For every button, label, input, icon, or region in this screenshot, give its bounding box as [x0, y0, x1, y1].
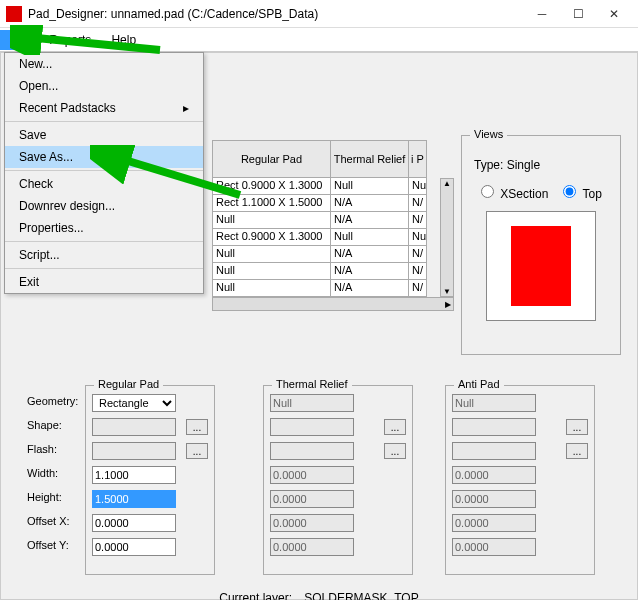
- anti-oy: [452, 538, 536, 556]
- menu-save-as[interactable]: Save As...: [5, 146, 203, 168]
- thermal-geom: [270, 394, 354, 412]
- menu-downrev[interactable]: Downrev design...: [5, 195, 203, 217]
- minimize-button[interactable]: ─: [524, 1, 560, 27]
- thermal-relief-legend: Thermal Relief: [272, 378, 352, 390]
- titlebar: Pad_Designer: unnamed.pad (C:/Cadence/SP…: [0, 0, 638, 28]
- shape-browse-button[interactable]: ...: [186, 419, 208, 435]
- regular-pad-panel: Regular Pad Rectangle ... ...: [85, 385, 215, 575]
- grid-col-thermal[interactable]: Thermal Relief: [331, 140, 409, 178]
- close-button[interactable]: ✕: [596, 1, 632, 27]
- thermal-flash-browse[interactable]: ...: [384, 443, 406, 459]
- grid-scrollbar-v[interactable]: ▲ ▼: [440, 178, 454, 297]
- cell-thermal[interactable]: N/A: [331, 195, 409, 212]
- cell-ip[interactable]: N/: [409, 280, 427, 297]
- thermal-flash: [270, 442, 354, 460]
- menu-file[interactable]: File: [0, 30, 39, 50]
- anti-flash-browse[interactable]: ...: [566, 443, 588, 459]
- shape-label: Shape:: [27, 419, 62, 431]
- geometry-select[interactable]: Rectangle: [92, 394, 176, 412]
- width-input[interactable]: [92, 466, 176, 484]
- cell-ip[interactable]: N/: [409, 195, 427, 212]
- views-legend: Views: [470, 128, 507, 140]
- cell-regular[interactable]: Rect 0.9000 X 1.3000: [213, 229, 331, 246]
- offsetx-label: Offset X:: [27, 515, 70, 527]
- cell-thermal[interactable]: N/A: [331, 280, 409, 297]
- grid-col-ip[interactable]: i P: [409, 140, 427, 178]
- current-layer: Current layer: SOLDERMASK_TOP: [1, 591, 637, 600]
- type-value: Single: [507, 158, 540, 172]
- pad-preview: [486, 211, 596, 321]
- shape-input[interactable]: [92, 418, 176, 436]
- thermal-width: [270, 466, 354, 484]
- pad-grid: Regular Pad Thermal Relief i P Rect 0.90…: [212, 140, 440, 297]
- radio-top[interactable]: Top: [558, 182, 601, 201]
- table-row[interactable]: NullN/AN/: [212, 212, 440, 229]
- menu-properties[interactable]: Properties...: [5, 217, 203, 239]
- thermal-shape-browse[interactable]: ...: [384, 419, 406, 435]
- height-input[interactable]: [92, 490, 176, 508]
- cell-ip[interactable]: N/: [409, 246, 427, 263]
- menu-open[interactable]: Open...: [5, 75, 203, 97]
- grid-col-regular[interactable]: Regular Pad: [213, 140, 331, 178]
- anti-shape-browse[interactable]: ...: [566, 419, 588, 435]
- anti-pad-legend: Anti Pad: [454, 378, 504, 390]
- cell-ip[interactable]: N/: [409, 212, 427, 229]
- cell-thermal[interactable]: Null: [331, 229, 409, 246]
- cell-regular[interactable]: Null: [213, 280, 331, 297]
- file-menu-dropdown: New... Open... Recent Padstacks▸ Save Sa…: [4, 52, 204, 294]
- height-label: Height:: [27, 491, 62, 503]
- anti-geom: [452, 394, 536, 412]
- pad-shape-icon: [511, 226, 571, 306]
- cell-regular[interactable]: Null: [213, 212, 331, 229]
- table-row[interactable]: Rect 0.9000 X 1.3000NullNu: [212, 178, 440, 195]
- anti-width: [452, 466, 536, 484]
- offsety-label: Offset Y:: [27, 539, 69, 551]
- menu-recent[interactable]: Recent Padstacks▸: [5, 97, 203, 119]
- cell-thermal[interactable]: N/A: [331, 263, 409, 280]
- anti-height: [452, 490, 536, 508]
- menu-exit[interactable]: Exit: [5, 271, 203, 293]
- offsetx-input[interactable]: [92, 514, 176, 532]
- table-row[interactable]: NullN/AN/: [212, 280, 440, 297]
- cell-regular[interactable]: Null: [213, 263, 331, 280]
- thermal-oy: [270, 538, 354, 556]
- table-row[interactable]: Rect 0.9000 X 1.3000NullNu: [212, 229, 440, 246]
- cell-thermal[interactable]: Null: [331, 178, 409, 195]
- cell-regular[interactable]: Rect 1.1000 X 1.5000: [213, 195, 331, 212]
- offsety-input[interactable]: [92, 538, 176, 556]
- menu-check[interactable]: Check: [5, 173, 203, 195]
- cell-ip[interactable]: Nu: [409, 178, 427, 195]
- flash-input[interactable]: [92, 442, 176, 460]
- maximize-button[interactable]: ☐: [560, 1, 596, 27]
- cell-regular[interactable]: Null: [213, 246, 331, 263]
- menu-script[interactable]: Script...: [5, 244, 203, 266]
- table-row[interactable]: NullN/AN/: [212, 246, 440, 263]
- scroll-down-icon[interactable]: ▼: [441, 287, 453, 296]
- radio-xsection[interactable]: XSection: [476, 182, 548, 201]
- anti-flash: [452, 442, 536, 460]
- regular-pad-legend: Regular Pad: [94, 378, 163, 390]
- thermal-height: [270, 490, 354, 508]
- cell-ip[interactable]: N/: [409, 263, 427, 280]
- app-icon: [6, 6, 22, 22]
- thermal-shape: [270, 418, 354, 436]
- grid-scrollbar-h[interactable]: ▶: [212, 297, 454, 311]
- menu-reports[interactable]: Reports: [39, 30, 101, 50]
- table-row[interactable]: Rect 1.1000 X 1.5000N/AN/: [212, 195, 440, 212]
- scroll-up-icon[interactable]: ▲: [441, 179, 453, 188]
- cell-ip[interactable]: Nu: [409, 229, 427, 246]
- thermal-ox: [270, 514, 354, 532]
- cell-regular[interactable]: Rect 0.9000 X 1.3000: [213, 178, 331, 195]
- cell-thermal[interactable]: N/A: [331, 212, 409, 229]
- anti-pad-panel: Anti Pad ... ...: [445, 385, 595, 575]
- flash-browse-button[interactable]: ...: [186, 443, 208, 459]
- menu-new[interactable]: New...: [5, 53, 203, 75]
- menu-save[interactable]: Save: [5, 124, 203, 146]
- cell-thermal[interactable]: N/A: [331, 246, 409, 263]
- scroll-right-icon[interactable]: ▶: [445, 300, 453, 309]
- views-type: Type: Single: [474, 158, 608, 172]
- menu-help[interactable]: Help: [101, 30, 146, 50]
- width-label: Width:: [27, 467, 58, 479]
- table-row[interactable]: NullN/AN/: [212, 263, 440, 280]
- thermal-relief-panel: Thermal Relief ... ...: [263, 385, 413, 575]
